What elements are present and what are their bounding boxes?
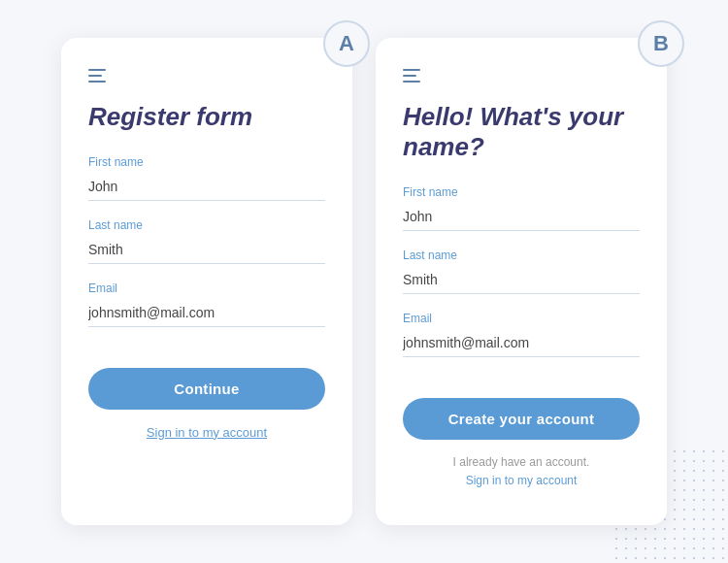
email-input-b[interactable] bbox=[403, 329, 640, 357]
hamburger-menu-a[interactable] bbox=[88, 69, 325, 83]
first-name-field-a: First name bbox=[88, 155, 325, 201]
first-name-label-a: First name bbox=[88, 155, 325, 169]
email-input-a[interactable] bbox=[88, 299, 325, 327]
last-name-label-a: Last name bbox=[88, 218, 325, 232]
card-b: B Hello! What's your name? First name La… bbox=[376, 38, 667, 526]
sign-in-link-a[interactable]: Sign in to my account bbox=[88, 425, 325, 440]
card-a-badge: A bbox=[323, 20, 370, 67]
card-a-title: Register form bbox=[88, 102, 325, 132]
first-name-input-a[interactable] bbox=[88, 173, 325, 201]
email-field-a: Email bbox=[88, 282, 325, 327]
continue-button[interactable]: Continue bbox=[88, 368, 325, 410]
already-account-text: I already have an account. Sign in to my… bbox=[403, 453, 640, 490]
last-name-label-b: Last name bbox=[403, 248, 640, 262]
last-name-input-b[interactable] bbox=[403, 266, 640, 294]
first-name-input-b[interactable] bbox=[403, 203, 640, 231]
last-name-input-a[interactable] bbox=[88, 236, 325, 264]
email-label-a: Email bbox=[88, 282, 325, 295]
last-name-field-a: Last name bbox=[88, 218, 325, 264]
sign-in-link-b[interactable]: Sign in to my account bbox=[403, 472, 640, 490]
email-field-b: Email bbox=[403, 312, 640, 357]
cards-container: A Register form First name Last name Ema… bbox=[61, 38, 667, 526]
card-a: A Register form First name Last name Ema… bbox=[61, 38, 352, 526]
card-b-badge: B bbox=[638, 20, 684, 67]
card-b-title: Hello! What's your name? bbox=[403, 102, 640, 162]
email-label-b: Email bbox=[403, 312, 640, 325]
first-name-label-b: First name bbox=[403, 185, 640, 199]
last-name-field-b: Last name bbox=[403, 248, 640, 294]
hamburger-menu-b[interactable] bbox=[403, 69, 640, 83]
first-name-field-b: First name bbox=[403, 185, 640, 231]
create-account-button[interactable]: Create your account bbox=[403, 398, 640, 440]
